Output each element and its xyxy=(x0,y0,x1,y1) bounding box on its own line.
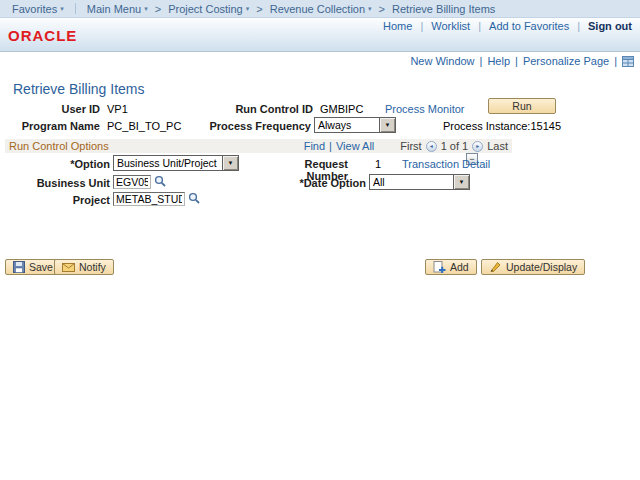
user-id-label: User ID xyxy=(0,103,100,115)
run-control-id-label: Run Control ID xyxy=(180,103,313,115)
user-id-value: VP1 xyxy=(107,103,128,115)
link-separator: | xyxy=(614,55,617,67)
select-arrow-icon: ▼ xyxy=(222,156,238,170)
business-unit-lookup-icon[interactable] xyxy=(154,175,167,188)
breadcrumb-divider xyxy=(75,3,76,14)
breadcrumb-separator: > xyxy=(379,3,385,15)
date-option-select[interactable]: All ▼ xyxy=(369,174,470,190)
current-page-label: Retrieve Billing Items xyxy=(392,3,495,15)
business-unit-label: Business Unit xyxy=(0,177,110,189)
sign-out-link[interactable]: Sign out xyxy=(588,20,632,32)
add-to-favorites-link[interactable]: Add to Favorites xyxy=(489,20,569,32)
personalize-page-link[interactable]: Personalize Page xyxy=(523,55,609,67)
update-display-label: Update/Display xyxy=(506,261,577,273)
next-row-icon[interactable]: ▸ xyxy=(472,141,483,152)
process-frequency-select[interactable]: Always ▼ xyxy=(314,117,396,133)
option-label: *Option xyxy=(0,158,110,170)
grid-navigation: Find | View All First ◂ 1 of 1 ▸ Last xyxy=(304,140,508,152)
home-link[interactable]: Home xyxy=(383,20,412,32)
notify-envelope-icon xyxy=(62,262,75,273)
first-label: First xyxy=(400,140,421,152)
option-value: Business Unit/Project xyxy=(114,156,222,170)
breadcrumb-project-costing[interactable]: Project Costing ▾ xyxy=(168,3,249,15)
notify-button[interactable]: Notify xyxy=(54,259,114,275)
project-input[interactable] xyxy=(113,192,185,206)
oracle-logo: ORACLE xyxy=(8,27,77,44)
favorites-label: Favorites xyxy=(12,3,57,15)
link-separator: | xyxy=(515,55,518,67)
breadcrumb-current-page: Retrieve Billing Items xyxy=(392,3,495,15)
date-option-value: All xyxy=(370,175,453,189)
link-separator: | xyxy=(577,20,580,32)
date-option-label: *Date Option xyxy=(280,177,366,189)
run-button-label: Run xyxy=(512,100,531,112)
breadcrumb-main-menu[interactable]: Main Menu ▾ xyxy=(87,3,148,15)
find-link[interactable]: Find xyxy=(304,140,325,152)
main-menu-label: Main Menu xyxy=(87,3,141,15)
worklist-link[interactable]: Worklist xyxy=(431,20,470,32)
chevron-down-icon: ▾ xyxy=(368,5,372,12)
transaction-detail-link[interactable]: Transaction Detail xyxy=(402,158,490,170)
banner-links: Home | Worklist | Add to Favorites | Sig… xyxy=(383,20,632,32)
update-display-pencil-icon xyxy=(489,261,502,273)
run-button[interactable]: Run xyxy=(488,98,556,114)
page-action-links: New Window | Help | Personalize Page | xyxy=(410,55,634,67)
link-separator: | xyxy=(478,20,481,32)
project-lookup-icon[interactable] xyxy=(188,192,201,205)
link-separator: | xyxy=(420,20,423,32)
option-select[interactable]: Business Unit/Project ▼ xyxy=(113,155,239,171)
update-display-button[interactable]: Update/Display xyxy=(481,259,585,275)
select-arrow-icon: ▼ xyxy=(379,118,395,132)
last-label: Last xyxy=(487,140,508,152)
breadcrumb: Favorites ▾ Main Menu ▾ > Project Costin… xyxy=(0,0,640,18)
breadcrumb-separator: > xyxy=(256,3,262,15)
program-name-label: Program Name xyxy=(0,120,100,132)
breadcrumb-revenue-collection[interactable]: Revenue Collection ▾ xyxy=(270,3,372,15)
row-position-text: 1 of 1 xyxy=(441,140,469,152)
help-link[interactable]: Help xyxy=(487,55,510,67)
group-title: Run Control Options xyxy=(9,140,109,152)
chevron-down-icon: ▾ xyxy=(144,5,148,12)
breadcrumb-separator: > xyxy=(155,3,161,15)
banner: ORACLE Home | Worklist | Add to Favorite… xyxy=(0,18,640,52)
process-instance-text: Process Instance:15145 xyxy=(443,120,561,132)
favorites-menu[interactable]: Favorites ▾ xyxy=(12,3,64,15)
add-label: Add xyxy=(450,261,469,273)
link-separator: | xyxy=(329,140,332,152)
add-plus-icon xyxy=(433,261,446,273)
revenue-collection-label: Revenue Collection xyxy=(270,3,365,15)
previous-row-icon[interactable]: ◂ xyxy=(426,141,437,152)
project-label: Project xyxy=(0,194,110,206)
notify-label: Notify xyxy=(79,261,106,273)
view-all-link[interactable]: View All xyxy=(336,140,374,152)
save-button[interactable]: Save xyxy=(5,259,61,275)
personalize-grid-icon[interactable] xyxy=(622,56,634,67)
add-button[interactable]: Add xyxy=(425,259,477,275)
business-unit-input[interactable] xyxy=(113,175,151,189)
link-separator: | xyxy=(480,55,483,67)
request-number-value: 1 xyxy=(375,158,381,170)
project-costing-label: Project Costing xyxy=(168,3,243,15)
program-name-value: PC_BI_TO_PC xyxy=(107,120,181,132)
process-frequency-label: Process Frequency xyxy=(180,120,311,132)
new-window-link[interactable]: New Window xyxy=(410,55,474,67)
process-frequency-value: Always xyxy=(315,118,379,132)
save-label: Save xyxy=(29,261,53,273)
chevron-down-icon: ▾ xyxy=(60,5,64,12)
run-control-id-value: GMBIPC xyxy=(320,103,363,115)
peoplesoft-page: Favorites ▾ Main Menu ▾ > Project Costin… xyxy=(0,0,640,480)
page-title: Retrieve Billing Items xyxy=(13,81,145,97)
select-arrow-icon: ▼ xyxy=(453,175,469,189)
save-icon xyxy=(13,261,25,273)
run-control-options-header: Run Control Options Find | View All Firs… xyxy=(5,139,512,153)
process-monitor-link[interactable]: Process Monitor xyxy=(385,103,464,115)
chevron-down-icon: ▾ xyxy=(246,5,250,12)
